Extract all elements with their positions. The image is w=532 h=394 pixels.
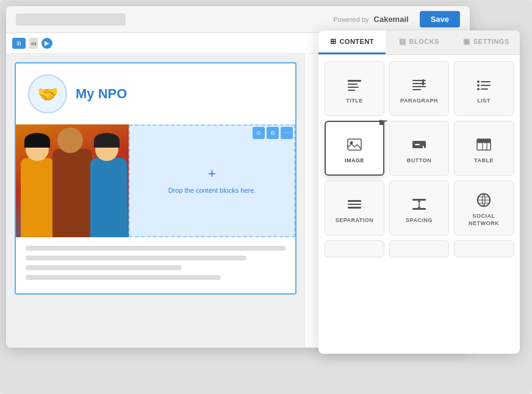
svg-rect-23 [477,139,491,143]
content-item-list[interactable]: LIST [454,61,514,116]
svg-rect-3 [348,90,355,91]
content-item-image[interactable]: ☛ IMAGE [325,121,384,176]
content-tab-icon: ⊞ [330,37,337,46]
tab-content[interactable]: ⊞ CONTENT [318,30,386,54]
edit-icon-3[interactable]: ⋯ [281,127,293,139]
tab-settings[interactable]: ▣ SETTINGS [453,30,520,54]
image-label: IMAGE [345,157,364,163]
svg-rect-0 [348,80,361,82]
text-line-4 [26,275,221,280]
tab-content-label: CONTENT [339,38,374,45]
image-icon [346,136,363,153]
edit-icon-1[interactable]: ⊙ [253,127,265,139]
content-item-social-network[interactable]: SOCIALNETWORK [454,181,514,235]
spacing-label: SPACING [406,217,433,223]
list-label: LIST [477,98,491,104]
image-edit-bar: ⊙ ⧉ ⋯ [253,127,293,139]
content-item-spacing[interactable]: SPACING [389,181,449,235]
save-button[interactable]: Save [420,11,460,27]
svg-rect-25 [348,204,361,205]
separation-label: SEPARATION [336,217,374,223]
powered-by-label: Powered by [333,16,368,23]
settings-tab-icon: ▣ [463,37,470,46]
brand-label: Cakemail [374,15,409,24]
social-network-label: SOCIALNETWORK [469,213,499,227]
search-bar[interactable] [16,13,126,26]
tab-blocks[interactable]: ▤ BLOCKS [386,30,453,54]
desktop-icon[interactable]: ⊞ [12,38,26,49]
svg-rect-15 [348,139,361,150]
text-line-2 [26,256,246,260]
people-image [16,124,129,237]
social-network-icon [475,192,492,209]
svg-point-13 [477,88,480,90]
drop-plus-icon: + [208,166,216,182]
svg-rect-6 [412,86,426,87]
title-label: TITLE [346,98,363,104]
bottom-partial-grid [318,235,520,257]
top-bar-right: Powered by Cakemail Save [333,11,460,27]
top-bar: Powered by Cakemail Save [6,6,470,33]
partial-item-3[interactable] [454,240,514,257]
text-line-1 [26,246,286,251]
org-logo: 🤝 [28,74,67,113]
panel-tabs: ⊞ CONTENT ▤ BLOCKS ▣ SETTINGS [318,30,520,55]
svg-rect-24 [348,200,361,202]
button-icon [411,136,428,153]
content-item-paragraph[interactable]: PARAGRAPH [389,61,449,116]
svg-rect-14 [481,88,488,90]
org-name: My NPO [76,86,127,102]
list-icon [475,76,492,93]
editor-area: 🤝 My NPO ⊙ ⧉ ⋯ [6,54,305,348]
edit-icon-2[interactable]: ⧉ [267,127,279,139]
drop-zone-text: Drop the content blocks here. [168,185,256,196]
svg-point-11 [477,84,480,87]
svg-rect-12 [481,85,491,86]
content-item-separation[interactable]: SEPARATION [325,181,384,235]
svg-rect-2 [348,87,359,88]
paragraph-icon [411,76,428,93]
partial-item-1[interactable] [325,240,384,257]
content-item-button[interactable]: BUTTON [389,121,449,176]
svg-rect-10 [481,81,491,82]
button-label: BUTTON [407,157,431,163]
svg-point-9 [477,81,480,83]
email-body-row: ⊙ ⧉ ⋯ [16,124,295,237]
svg-rect-1 [348,84,358,85]
partial-item-2[interactable] [389,240,449,257]
email-header: 🤝 My NPO [16,63,295,124]
tab-settings-label: SETTINGS [473,38,509,45]
email-content: 🤝 My NPO ⊙ ⧉ ⋯ [15,62,297,295]
spacing-icon [411,196,428,213]
blocks-tab-icon: ▤ [399,37,406,46]
title-icon [346,76,363,93]
separation-icon [346,196,363,213]
table-icon [475,136,492,153]
svg-rect-7 [412,89,421,90]
svg-rect-18 [415,144,420,145]
content-grid: TITLE PARAGRAPH [318,55,520,235]
tab-blocks-label: BLOCKS [409,38,439,45]
forward-icon[interactable]: ▶ [41,38,52,49]
right-panel: ⊞ CONTENT ▤ BLOCKS ▣ SETTINGS [318,30,520,354]
table-label: TABLE [474,157,494,163]
email-text-area [16,237,295,293]
text-line-3 [26,265,182,270]
svg-rect-26 [348,207,361,209]
drop-zone[interactable]: + Drop the content blocks here. [129,124,295,237]
svg-rect-8 [422,79,424,85]
drag-cursor-icon: ☛ [378,116,388,129]
mobile-icon[interactable]: ▭ [29,38,38,49]
paragraph-label: PARAGRAPH [400,98,438,104]
content-item-table[interactable]: TABLE [454,121,514,176]
content-item-title[interactable]: TITLE [325,61,384,116]
